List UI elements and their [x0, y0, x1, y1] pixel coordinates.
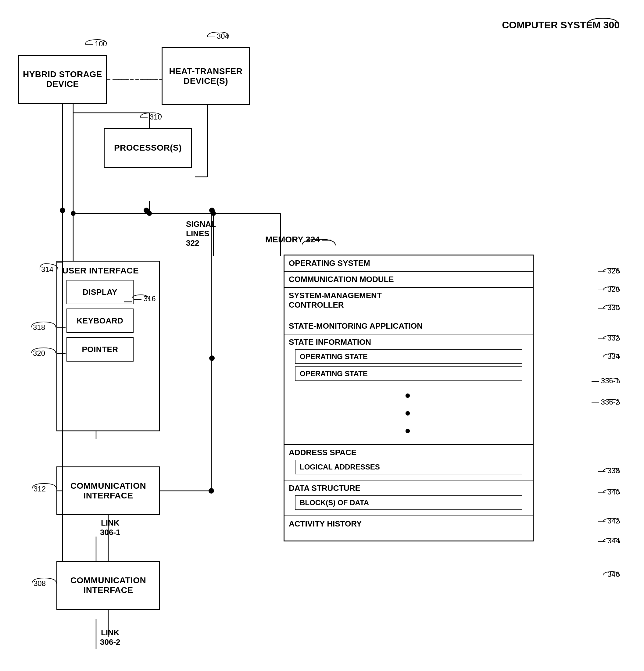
- bracket-336-1: [603, 377, 621, 383]
- display-label: DISPLAY: [83, 288, 117, 297]
- link-306-2-label: LINK306-2: [100, 628, 121, 647]
- state-info-label: STATE INFORMATION: [289, 338, 371, 347]
- svg-point-10: [147, 211, 152, 216]
- link-306-1-label: LINK306-1: [100, 518, 121, 537]
- row-comm-module: COMMUNICATION MODULE: [285, 271, 533, 288]
- bracket-100: [85, 38, 110, 46]
- memory-bracket: [302, 238, 339, 247]
- diagram: COMPUTER SYSTEM 300 HYBRID STORAGEDEVICE…: [0, 0, 644, 671]
- user-interface-box: USER INTERFACE DISPLAY KEYBOARD POINTER: [56, 261, 160, 431]
- signal-lines-label: SIGNALLINES322: [186, 219, 216, 248]
- row-activity-history: ACTIVITY HISTORY: [285, 516, 533, 541]
- svg-point-30: [60, 207, 65, 213]
- memory-block: OPERATING SYSTEM COMMUNICATION MODULE SY…: [283, 255, 534, 542]
- row-operating-system: OPERATING SYSTEM: [285, 255, 533, 271]
- heat-transfer-box: HEAT-TRANSFERDEVICE(S): [162, 47, 250, 105]
- row-logical-addresses: LOGICAL ADDRESSES: [295, 460, 522, 474]
- row-smc: SYSTEM-MANAGEMENTCONTROLLER: [285, 288, 533, 318]
- bracket-316: [132, 293, 150, 300]
- user-interface-label: USER INTERFACE: [57, 262, 159, 280]
- svg-point-46: [209, 488, 214, 494]
- bracket-318: [31, 321, 59, 328]
- row-address-space: ADDRESS SPACE LOGICAL ADDRESSES: [285, 445, 533, 480]
- bracket-304: [207, 30, 232, 38]
- op-state-1-label: OPERATING STATE: [300, 352, 368, 360]
- bracket-312: [32, 482, 60, 490]
- comm-interface-bottom-label: COMMUNICATIONINTERFACE: [71, 575, 147, 595]
- row-op-state-1: OPERATING STATE: [295, 350, 522, 364]
- bracket-344: [603, 537, 621, 543]
- row-sma: STATE-MONITORING APPLICATION: [285, 318, 533, 334]
- smc-label: SYSTEM-MANAGEMENTCONTROLLER: [289, 291, 382, 309]
- comm-interface-bottom-box: COMMUNICATIONINTERFACE: [56, 561, 160, 610]
- address-space-label: ADDRESS SPACE: [289, 448, 356, 457]
- comm-interface-top-label: COMMUNICATIONINTERFACE: [71, 481, 147, 501]
- row-op-state-2: OPERATING STATE: [295, 366, 522, 381]
- sma-label: STATE-MONITORING APPLICATION: [289, 321, 422, 330]
- os-label: OPERATING SYSTEM: [289, 258, 370, 268]
- keyboard-label: KEYBOARD: [77, 316, 124, 326]
- processor-label: PROCESSOR(S): [114, 143, 182, 153]
- logical-addr-label: LOGICAL ADDRESSES: [300, 463, 380, 471]
- svg-point-32: [209, 207, 215, 213]
- bracket-330: [603, 304, 621, 310]
- op-state-2-label: OPERATING STATE: [300, 369, 368, 378]
- bracket-308: [32, 577, 60, 584]
- blocks-data-label: BLOCK(S) OF DATA: [300, 498, 369, 507]
- system-bracket: [584, 17, 621, 26]
- activity-history-label: ACTIVITY HISTORY: [289, 519, 362, 528]
- display-box: DISPLAY: [66, 280, 134, 304]
- keyboard-box: KEYBOARD: [66, 308, 134, 333]
- row-blocks-data: BLOCK(S) OF DATA: [295, 495, 522, 510]
- svg-point-39: [209, 355, 215, 361]
- hybrid-storage-label: HYBRID STORAGEDEVICE: [23, 69, 102, 89]
- svg-point-31: [143, 207, 149, 213]
- row-data-structure: DATA STRUCTURE BLOCK(S) OF DATA: [285, 480, 533, 516]
- bracket-328: [603, 286, 621, 292]
- bracket-338: [603, 467, 621, 473]
- ellipsis: •••: [289, 383, 528, 444]
- bracket-326: [603, 267, 621, 274]
- bracket-320: [31, 347, 59, 354]
- bracket-346: [603, 571, 621, 577]
- svg-point-9: [71, 211, 76, 216]
- processor-box: PROCESSOR(S): [104, 128, 192, 168]
- dashed-connection: [107, 76, 168, 82]
- bracket-342: [603, 517, 621, 523]
- bracket-314: [40, 262, 61, 271]
- svg-point-11: [211, 211, 216, 216]
- bracket-332: [603, 334, 621, 341]
- data-structure-label: DATA STRUCTURE: [289, 483, 361, 493]
- heat-transfer-label: HEAT-TRANSFERDEVICE(S): [169, 66, 243, 86]
- pointer-box: POINTER: [66, 337, 134, 362]
- bracket-334: [603, 353, 621, 359]
- bracket-336-2: [603, 398, 621, 405]
- comm-interface-top-box: COMMUNICATIONINTERFACE: [56, 466, 160, 515]
- hybrid-storage-box: HYBRID STORAGEDEVICE: [18, 55, 107, 104]
- bracket-340: [603, 489, 621, 494]
- row-state-info: STATE INFORMATION OPERATING STATE OPERAT…: [285, 334, 533, 445]
- pointer-label: POINTER: [82, 345, 118, 354]
- comm-module-label: COMMUNICATION MODULE: [289, 275, 394, 284]
- bracket-310: [140, 111, 165, 119]
